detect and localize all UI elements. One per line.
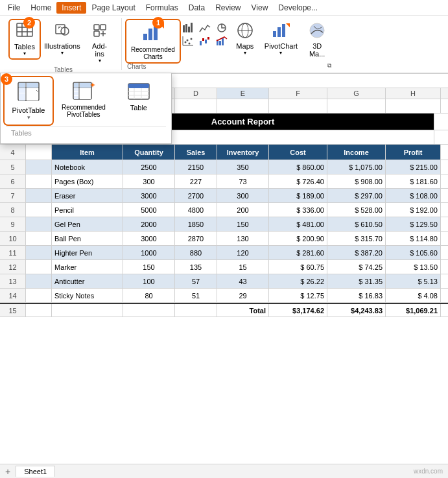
cell-inv-14[interactable]: 29 [217,289,269,302]
cell-cost-10[interactable]: $ 200.90 [269,232,327,245]
recommended-charts-button[interactable]: RecommendedCharts [127,21,179,62]
cell-income-7[interactable]: $ 297.00 [327,189,386,202]
maps-button[interactable]: Maps ▾ [231,21,259,57]
menu-page-layout[interactable]: Page Layout [86,2,140,14]
cell-item-14[interactable]: Sticky Notes [52,289,123,302]
cell-d15[interactable] [175,304,217,317]
cell-a6[interactable] [26,174,52,188]
hdr-inventory[interactable]: Inventory [217,145,269,160]
cell-inv-9[interactable]: 150 [217,217,269,231]
3d-map-button[interactable]: 3DMa... [303,21,331,59]
cell-d1[interactable] [175,99,217,113]
cell-income-6[interactable]: $ 908.00 [327,174,386,188]
cell-e1[interactable] [217,99,269,113]
cell-qty-6[interactable]: 300 [123,174,175,188]
menu-review[interactable]: Review [210,2,246,14]
cell-sales-14[interactable]: 51 [175,289,217,302]
cell-a11[interactable] [26,246,52,259]
cell-sales-5[interactable]: 2150 [175,160,217,174]
cell-item-6[interactable]: Pages (Box) [52,174,123,188]
cell-a12[interactable] [26,260,52,274]
cell-income-14[interactable]: $ 16.83 [327,289,386,302]
cell-profit-13[interactable]: $ 5.13 [386,274,441,288]
cell-qty-7[interactable]: 3000 [123,189,175,202]
cell-h1[interactable] [386,99,441,113]
cell-qty-10[interactable]: 3000 [123,232,175,245]
cell-sales-7[interactable]: 2700 [175,189,217,202]
menu-data[interactable]: Data [183,2,210,14]
total-label[interactable]: Total [217,304,269,317]
cell-inv-6[interactable]: 73 [217,174,269,188]
cell-sales-9[interactable]: 1850 [175,217,217,231]
cell-item-10[interactable]: Ball Pen [52,232,123,245]
hdr-qty[interactable]: Quantity [123,145,175,160]
cell-cost-6[interactable]: $ 726.40 [269,174,327,188]
cell-item-8[interactable]: Pencil [52,203,123,217]
cell-inv-8[interactable]: 200 [217,203,269,217]
col-g[interactable]: G [327,88,386,99]
combo-chart-button[interactable] [214,35,230,47]
col-f[interactable]: F [269,88,327,99]
cell-sales-12[interactable]: 135 [175,260,217,274]
hdr-income[interactable]: Income [327,145,386,160]
total-cost[interactable]: $3,174.62 [269,304,327,317]
cell-cost-8[interactable]: $ 336.00 [269,203,327,217]
cell-inv-7[interactable]: 300 [217,189,269,202]
menu-file[interactable]: File [3,2,25,14]
cell-a8[interactable] [26,203,52,217]
cell-item-11[interactable]: Highter Pen [52,246,123,259]
cell-cost-14[interactable]: $ 12.75 [269,289,327,302]
hdr-cost[interactable]: Cost [269,145,327,160]
cell-qty-9[interactable]: 2000 [123,217,175,231]
illustrations-button[interactable]: Illustrations ▾ [40,21,84,57]
cell-qty-12[interactable]: 150 [123,260,175,274]
addins-button[interactable]: Add-ins ▾ [86,21,114,65]
cell-income-10[interactable]: $ 315.70 [327,232,386,245]
hdr-profit[interactable]: Profit [386,145,441,160]
cell-item-13[interactable]: Anticutter [52,274,123,288]
cell-profit-10[interactable]: $ 114.80 [386,232,441,245]
cell-a15[interactable] [26,304,52,317]
waterfall-chart-button[interactable] [197,35,213,47]
cell-item-5[interactable]: Notebook [52,160,123,174]
cell-inv-13[interactable]: 43 [217,274,269,288]
cell-sales-13[interactable]: 57 [175,274,217,288]
hdr-item[interactable]: Item [52,145,123,160]
cell-income-13[interactable]: $ 31.35 [327,274,386,288]
cell-inv-11[interactable]: 120 [217,246,269,259]
col-h[interactable]: H [386,88,441,99]
cell-profit-12[interactable]: $ 13.50 [386,260,441,274]
cell-a14[interactable] [26,289,52,302]
cell-qty-8[interactable]: 5000 [123,203,175,217]
cell-item-12[interactable]: Marker [52,260,123,274]
cell-cost-9[interactable]: $ 481.00 [269,217,327,231]
pivot-table-item[interactable]: 3 PivotTable ▾ [6,78,51,123]
menu-developer[interactable]: Develope... [273,2,323,14]
cell-income-9[interactable]: $ 610.50 [327,217,386,231]
hdr-sales[interactable]: Sales [175,145,217,160]
menu-insert[interactable]: Insert [56,2,86,14]
cell-item-9[interactable]: Gel Pen [52,217,123,231]
recommended-pivot-tables-item[interactable]: RecommendedPivotTables [56,78,111,121]
cell-inv-10[interactable]: 130 [217,232,269,245]
cell-sales-11[interactable]: 880 [175,246,217,259]
menu-home[interactable]: Home [25,2,56,14]
total-profit[interactable]: $1,069.21 [386,304,441,317]
sheet-tab-1[interactable]: Sheet1 [16,466,55,477]
cell-qty-5[interactable]: 2500 [123,160,175,174]
cell-b15[interactable] [52,304,123,317]
total-income[interactable]: $4,243.83 [327,304,386,317]
cell-inv-12[interactable]: 15 [217,260,269,274]
cell-profit-8[interactable]: $ 192.00 [386,203,441,217]
add-sheet-button[interactable]: + [0,465,16,478]
cell-cost-13[interactable]: $ 26.22 [269,274,327,288]
col-d[interactable]: D [175,88,217,99]
col-e[interactable]: E [217,88,269,99]
cell-income-8[interactable]: $ 528.00 [327,203,386,217]
menu-view[interactable]: View [246,2,274,14]
menu-formulas[interactable]: Formulas [141,2,183,14]
cell-profit-11[interactable]: $ 105.60 [386,246,441,259]
cell-qty-14[interactable]: 80 [123,289,175,302]
cell-profit-5[interactable]: $ 215.00 [386,160,441,174]
charts-expand-icon[interactable]: ⧉ [327,62,331,69]
